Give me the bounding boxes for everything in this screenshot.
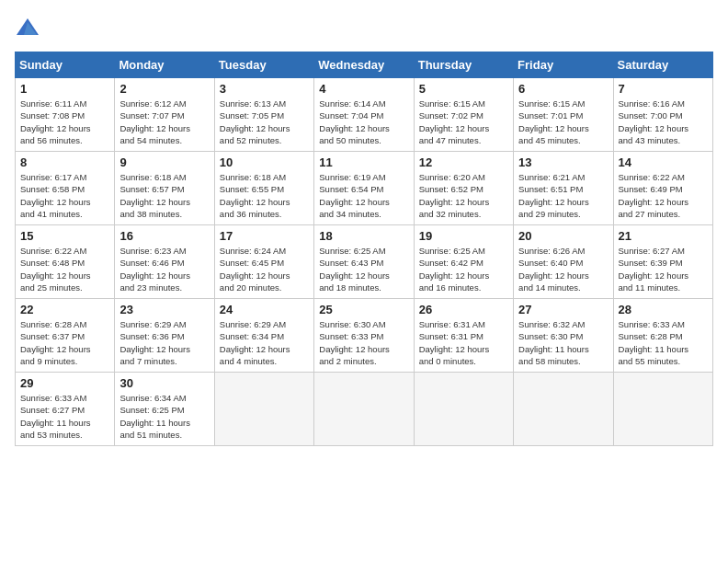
- day-number: 28: [619, 303, 708, 316]
- calendar-week-1: 8Sunrise: 6:17 AM Sunset: 6:58 PM Daylig…: [16, 152, 713, 225]
- day-number: 20: [518, 229, 608, 243]
- calendar-cell: 18Sunrise: 6:25 AM Sunset: 6:43 PM Dayli…: [314, 225, 414, 299]
- day-number: 30: [119, 376, 209, 390]
- day-info: Sunrise: 6:11 AM Sunset: 7:08 PM Dayligh…: [20, 98, 109, 146]
- day-number: 26: [419, 303, 508, 316]
- calendar-cell: 8Sunrise: 6:17 AM Sunset: 6:58 PM Daylig…: [16, 152, 115, 225]
- day-number: 11: [319, 155, 408, 169]
- calendar-cell: 1Sunrise: 6:11 AM Sunset: 7:08 PM Daylig…: [16, 78, 115, 152]
- calendar-cell: 10Sunrise: 6:18 AM Sunset: 6:55 PM Dayli…: [214, 152, 313, 225]
- calendar-cell: 6Sunrise: 6:15 AM Sunset: 7:01 PM Daylig…: [514, 78, 613, 152]
- calendar-cell: 26Sunrise: 6:31 AM Sunset: 6:31 PM Dayli…: [414, 299, 513, 373]
- day-info: Sunrise: 6:24 AM Sunset: 6:45 PM Dayligh…: [220, 245, 309, 293]
- calendar-cell: [613, 373, 712, 446]
- day-number: 15: [20, 229, 109, 243]
- day-info: Sunrise: 6:16 AM Sunset: 7:00 PM Dayligh…: [619, 98, 708, 146]
- calendar-cell: 25Sunrise: 6:30 AM Sunset: 6:33 PM Dayli…: [314, 299, 414, 373]
- calendar-cell: 19Sunrise: 6:25 AM Sunset: 6:42 PM Dayli…: [414, 225, 513, 299]
- calendar-cell: 4Sunrise: 6:14 AM Sunset: 7:04 PM Daylig…: [314, 78, 414, 152]
- day-info: Sunrise: 6:20 AM Sunset: 6:52 PM Dayligh…: [419, 171, 508, 220]
- calendar-table: SundayMondayTuesdayWednesdayThursdayFrid…: [15, 52, 713, 446]
- day-number: 14: [619, 155, 708, 169]
- calendar-body: 1Sunrise: 6:11 AM Sunset: 7:08 PM Daylig…: [16, 78, 713, 446]
- calendar-cell: 28Sunrise: 6:33 AM Sunset: 6:28 PM Dayli…: [613, 299, 712, 373]
- calendar-cell: 5Sunrise: 6:15 AM Sunset: 7:02 PM Daylig…: [414, 78, 513, 152]
- calendar-cell: 11Sunrise: 6:19 AM Sunset: 6:54 PM Dayli…: [314, 152, 414, 225]
- day-info: Sunrise: 6:26 AM Sunset: 6:40 PM Dayligh…: [518, 245, 608, 293]
- day-number: 6: [518, 82, 608, 96]
- day-info: Sunrise: 6:27 AM Sunset: 6:39 PM Dayligh…: [619, 245, 708, 293]
- weekday-header-saturday: Saturday: [613, 52, 712, 78]
- calendar-cell: 9Sunrise: 6:18 AM Sunset: 6:57 PM Daylig…: [115, 152, 214, 225]
- day-info: Sunrise: 6:18 AM Sunset: 6:55 PM Dayligh…: [220, 171, 309, 220]
- day-number: 4: [319, 82, 408, 96]
- day-info: Sunrise: 6:29 AM Sunset: 6:36 PM Dayligh…: [119, 318, 209, 367]
- weekday-header-row: SundayMondayTuesdayWednesdayThursdayFrid…: [16, 52, 713, 78]
- calendar-cell: 14Sunrise: 6:22 AM Sunset: 6:49 PM Dayli…: [613, 152, 712, 225]
- logo-icon: [15, 15, 40, 40]
- calendar-cell: 12Sunrise: 6:20 AM Sunset: 6:52 PM Dayli…: [414, 152, 513, 225]
- day-number: 8: [20, 155, 109, 169]
- day-info: Sunrise: 6:15 AM Sunset: 7:02 PM Dayligh…: [419, 98, 508, 146]
- calendar-cell: 20Sunrise: 6:26 AM Sunset: 6:40 PM Dayli…: [514, 225, 613, 299]
- calendar-cell: 21Sunrise: 6:27 AM Sunset: 6:39 PM Dayli…: [613, 225, 712, 299]
- weekday-header-monday: Monday: [115, 52, 214, 78]
- page-header: [15, 15, 713, 40]
- calendar-week-2: 15Sunrise: 6:22 AM Sunset: 6:48 PM Dayli…: [16, 225, 713, 299]
- day-number: 5: [419, 82, 508, 96]
- day-number: 7: [619, 82, 708, 96]
- day-info: Sunrise: 6:28 AM Sunset: 6:37 PM Dayligh…: [20, 318, 109, 367]
- calendar-cell: 17Sunrise: 6:24 AM Sunset: 6:45 PM Dayli…: [214, 225, 313, 299]
- day-info: Sunrise: 6:15 AM Sunset: 7:01 PM Dayligh…: [518, 98, 608, 146]
- day-info: Sunrise: 6:25 AM Sunset: 6:43 PM Dayligh…: [319, 245, 408, 293]
- weekday-header-wednesday: Wednesday: [314, 52, 414, 78]
- calendar-cell: 24Sunrise: 6:29 AM Sunset: 6:34 PM Dayli…: [214, 299, 313, 373]
- weekday-header-thursday: Thursday: [414, 52, 513, 78]
- calendar-cell: 2Sunrise: 6:12 AM Sunset: 7:07 PM Daylig…: [115, 78, 214, 152]
- day-number: 13: [518, 155, 608, 169]
- weekday-header-sunday: Sunday: [16, 52, 115, 78]
- calendar-cell: [314, 373, 414, 446]
- day-info: Sunrise: 6:30 AM Sunset: 6:33 PM Dayligh…: [319, 318, 408, 367]
- day-number: 27: [518, 303, 608, 316]
- day-number: 10: [220, 155, 309, 169]
- calendar-cell: 7Sunrise: 6:16 AM Sunset: 7:00 PM Daylig…: [613, 78, 712, 152]
- calendar-week-4: 29Sunrise: 6:33 AM Sunset: 6:27 PM Dayli…: [16, 373, 713, 446]
- day-number: 17: [220, 229, 309, 243]
- day-info: Sunrise: 6:19 AM Sunset: 6:54 PM Dayligh…: [319, 171, 408, 220]
- day-info: Sunrise: 6:34 AM Sunset: 6:25 PM Dayligh…: [119, 392, 209, 441]
- logo: [15, 15, 44, 40]
- day-info: Sunrise: 6:33 AM Sunset: 6:28 PM Dayligh…: [619, 318, 708, 367]
- calendar-cell: [414, 373, 513, 446]
- weekday-header-friday: Friday: [514, 52, 613, 78]
- calendar-cell: 29Sunrise: 6:33 AM Sunset: 6:27 PM Dayli…: [16, 373, 115, 446]
- day-info: Sunrise: 6:18 AM Sunset: 6:57 PM Dayligh…: [119, 171, 209, 220]
- calendar-cell: [514, 373, 613, 446]
- day-info: Sunrise: 6:13 AM Sunset: 7:05 PM Dayligh…: [220, 98, 309, 146]
- day-info: Sunrise: 6:14 AM Sunset: 7:04 PM Dayligh…: [319, 98, 408, 146]
- day-number: 12: [419, 155, 508, 169]
- day-info: Sunrise: 6:22 AM Sunset: 6:48 PM Dayligh…: [20, 245, 109, 293]
- day-info: Sunrise: 6:17 AM Sunset: 6:58 PM Dayligh…: [20, 171, 109, 220]
- day-info: Sunrise: 6:33 AM Sunset: 6:27 PM Dayligh…: [20, 392, 109, 441]
- day-number: 2: [119, 82, 209, 96]
- weekday-header-tuesday: Tuesday: [214, 52, 313, 78]
- calendar-week-0: 1Sunrise: 6:11 AM Sunset: 7:08 PM Daylig…: [16, 78, 713, 152]
- day-number: 21: [619, 229, 708, 243]
- day-number: 18: [319, 229, 408, 243]
- day-number: 25: [319, 303, 408, 316]
- calendar-cell: 16Sunrise: 6:23 AM Sunset: 6:46 PM Dayli…: [115, 225, 214, 299]
- day-info: Sunrise: 6:12 AM Sunset: 7:07 PM Dayligh…: [119, 98, 209, 146]
- day-number: 16: [119, 229, 209, 243]
- day-number: 29: [20, 376, 109, 390]
- calendar-cell: [214, 373, 313, 446]
- calendar-cell: 15Sunrise: 6:22 AM Sunset: 6:48 PM Dayli…: [16, 225, 115, 299]
- calendar-cell: 22Sunrise: 6:28 AM Sunset: 6:37 PM Dayli…: [16, 299, 115, 373]
- day-number: 24: [220, 303, 309, 316]
- day-info: Sunrise: 6:32 AM Sunset: 6:30 PM Dayligh…: [518, 318, 608, 367]
- day-info: Sunrise: 6:25 AM Sunset: 6:42 PM Dayligh…: [419, 245, 508, 293]
- day-number: 9: [119, 155, 209, 169]
- day-number: 23: [119, 303, 209, 316]
- day-info: Sunrise: 6:21 AM Sunset: 6:51 PM Dayligh…: [518, 171, 608, 220]
- calendar-week-3: 22Sunrise: 6:28 AM Sunset: 6:37 PM Dayli…: [16, 299, 713, 373]
